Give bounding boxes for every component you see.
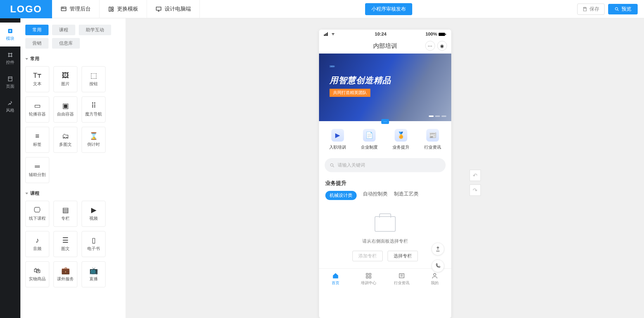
component-tile[interactable]: ▶视频: [82, 201, 106, 227]
rail-style-label: 风格: [6, 107, 14, 113]
component-label: 线下课程: [29, 216, 46, 222]
banner-subtag: 共同打造精英团队: [330, 89, 370, 97]
svg-rect-5: [584, 7, 586, 8]
svg-rect-18: [445, 33, 446, 35]
component-tile[interactable]: 🛍实物商品: [25, 261, 49, 287]
component-grid: 🖵线下课程▤专栏▶视频♪音频☰图文▯电子书🛍实物商品💼课外服务📺直播: [25, 201, 121, 287]
nav-design-pc[interactable]: 设计电脑端: [147, 0, 200, 18]
component-label: 魔方导航: [85, 111, 102, 117]
play-icon: ▶: [331, 129, 344, 142]
cat-common[interactable]: 常用: [25, 25, 49, 35]
rail-widget[interactable]: 控件: [0, 46, 20, 70]
quicknav-label: 企业制度: [361, 144, 378, 150]
tab-home[interactable]: 首页: [319, 269, 352, 289]
component-tile[interactable]: 🗂多图文: [53, 127, 77, 153]
redo-button[interactable]: ↷: [470, 185, 481, 196]
quicknav-label: 业务提升: [393, 144, 409, 150]
canvas[interactable]: 10:24 100% 内部培训 ⋯ ◉ »»» 用智慧创造精品 共同打造精英团队…: [126, 18, 644, 318]
signal-icon: [324, 32, 336, 36]
component-tile[interactable]: 💼课外服务: [53, 261, 77, 287]
rail-page[interactable]: 页面: [0, 70, 20, 94]
component-icon: ⬚: [90, 72, 97, 79]
hero-banner[interactable]: »»» 用智慧创造精品 共同打造精英团队 ⋯ 🔗 ▾ ✕: [319, 54, 451, 121]
publish-button[interactable]: 小程序审核发布: [365, 3, 412, 15]
component-tile[interactable]: ☰图文: [53, 231, 77, 257]
component-tile[interactable]: ♪音频: [25, 231, 49, 257]
svg-rect-3: [112, 10, 114, 11]
component-tile[interactable]: ⬚按钮: [82, 66, 106, 92]
component-icon: ═: [35, 163, 40, 170]
rail-widget-label: 控件: [6, 60, 14, 66]
svg-rect-4: [156, 7, 161, 10]
resize-handle[interactable]: ⋯: [381, 119, 389, 124]
select-column-button[interactable]: 选择专栏: [388, 251, 418, 261]
cat-marketing[interactable]: 营销: [25, 38, 49, 49]
component-tile[interactable]: ≡标签: [25, 127, 49, 153]
component-panel: 常用 课程 助学互动 营销 信息库 常用Tᴛ文本🖼图片⬚按钮▭轮播容器▣自由容器…: [20, 18, 126, 318]
share-icon[interactable]: [432, 243, 444, 255]
component-tile[interactable]: 🖵线下课程: [25, 201, 49, 227]
component-tile[interactable]: ═辅助分割: [25, 157, 49, 183]
component-icon: 🖼: [62, 72, 69, 79]
svg-point-19: [330, 163, 333, 166]
svg-rect-23: [369, 276, 371, 278]
component-tile[interactable]: ▣自由容器: [53, 96, 77, 123]
tab-news[interactable]: 行业资讯: [385, 269, 418, 289]
category-row-2: 营销 信息库: [25, 38, 121, 49]
phone-icon[interactable]: [432, 260, 444, 272]
component-tile[interactable]: ⌛倒计时: [82, 127, 106, 153]
component-tile[interactable]: ▤专栏: [53, 201, 77, 227]
component-label: 专栏: [61, 216, 70, 222]
tab-label: 首页: [332, 280, 339, 286]
cat-interact[interactable]: 助学互动: [79, 25, 111, 35]
nav-change-template[interactable]: 更换模板: [100, 0, 147, 18]
section-header[interactable]: 常用: [25, 56, 121, 62]
capsule-target-icon[interactable]: ◉: [437, 41, 447, 51]
preview-button[interactable]: 预览: [608, 4, 638, 14]
page-title: 内部培训: [373, 42, 397, 50]
quicknav-item[interactable]: 📄企业制度: [361, 129, 378, 150]
preview-label: 预览: [621, 6, 631, 12]
svg-rect-0: [61, 7, 66, 11]
tag-manufacture[interactable]: 制造工艺类: [394, 191, 419, 200]
quicknav-item[interactable]: 🏅业务提升: [393, 129, 409, 150]
component-icon: ▭: [34, 102, 41, 109]
component-tile[interactable]: ⠿魔方导航: [82, 96, 106, 123]
component-label: 实物商品: [29, 276, 46, 282]
nav-design-pc-label: 设计电脑端: [165, 6, 191, 12]
nav-admin[interactable]: 管理后台: [52, 0, 100, 18]
component-tile[interactable]: ▭轮播容器: [25, 96, 49, 123]
component-icon: ▶: [91, 206, 96, 213]
component-label: 多图文: [59, 142, 72, 148]
quicknav-item[interactable]: 📰行业资讯: [424, 129, 441, 150]
component-label: 辅助分割: [29, 172, 46, 178]
section-header[interactable]: 课程: [25, 190, 121, 197]
svg-rect-14: [325, 34, 326, 36]
tag-mechanical[interactable]: 机械设计类: [325, 191, 357, 200]
svg-rect-15: [326, 33, 327, 36]
component-tile[interactable]: 📺直播: [82, 261, 106, 287]
component-tile[interactable]: 🖼图片: [53, 66, 77, 92]
svg-point-25: [433, 273, 436, 276]
component-icon: 🗂: [62, 132, 69, 139]
add-column-button[interactable]: 添加专栏: [352, 251, 383, 261]
component-icon: 💼: [61, 267, 70, 274]
brand-logo: LOGO: [0, 0, 52, 18]
undo-button[interactable]: ↶: [470, 170, 481, 181]
component-tile[interactable]: Tᴛ文本: [25, 66, 49, 92]
save-button[interactable]: 保存: [577, 4, 605, 15]
capsule-more-icon[interactable]: ⋯: [425, 41, 435, 51]
cat-course[interactable]: 课程: [52, 25, 75, 35]
tag-auto-control[interactable]: 自动控制类: [363, 191, 388, 200]
quicknav-item[interactable]: ▶入职培训: [329, 129, 346, 150]
tab-training[interactable]: 培训中心: [352, 269, 385, 289]
svg-rect-13: [324, 35, 325, 36]
rail-module[interactable]: 模块: [0, 23, 20, 46]
cat-infolib[interactable]: 信息库: [52, 38, 80, 49]
search-input[interactable]: 请输入关键词: [325, 158, 446, 172]
quicknav-label: 行业资讯: [424, 144, 441, 150]
component-tile[interactable]: ▯电子书: [82, 231, 106, 257]
banner-pagination[interactable]: [429, 116, 446, 117]
search-placeholder: 请输入关键词: [338, 162, 365, 168]
rail-style[interactable]: 风格: [0, 94, 20, 118]
